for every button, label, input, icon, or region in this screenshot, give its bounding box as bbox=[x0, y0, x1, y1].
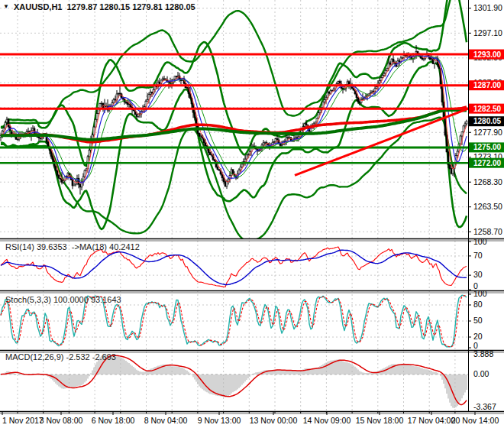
chart-title: ▼ XAUUSD,H1 1279.87 1280.15 1279.81 1280… bbox=[3, 2, 195, 11]
time-axis-label: 14 Nov 09:00 bbox=[303, 416, 351, 425]
time-axis-label: 6 Nov 18:00 bbox=[92, 416, 135, 425]
time-axis-label: 17 Nov 04:00 bbox=[408, 416, 456, 425]
indicator-tick-label: 100 bbox=[473, 289, 487, 298]
time-axis-label: 9 Nov 13:00 bbox=[198, 416, 241, 425]
trading-chart-window: ▼ XAUUSD,H1 1279.87 1280.15 1279.81 1280… bbox=[0, 0, 504, 428]
price-tick-label: 1263.50 bbox=[473, 202, 502, 211]
indicator-tick-label: 70 bbox=[473, 251, 483, 260]
time-axis-label: 13 Nov 00:00 bbox=[250, 416, 298, 425]
price-badge-label: 1275.00 bbox=[473, 143, 502, 151]
indicator-tick-label: 20 bbox=[473, 332, 483, 341]
price-tick-label: 1258.70 bbox=[473, 227, 502, 236]
time-axis-label: 15 Nov 18:00 bbox=[356, 416, 404, 425]
stoch-indicator-label: Stoch(5,3,3) 100.0000 93.1643 bbox=[5, 295, 121, 304]
collapse-arrow-icon[interactable]: ▼ bbox=[3, 3, 9, 10]
macd-tick-label: -3.367 bbox=[473, 402, 496, 411]
price-badge-label: 1293.00 bbox=[473, 50, 502, 59]
price-tick-label: 1301.90 bbox=[473, 3, 502, 12]
price-badge-label: 1272.00 bbox=[473, 159, 502, 167]
time-axis-label: 3 Nov 08:00 bbox=[40, 416, 83, 425]
ohlc-values: 1279.87 1280.15 1279.81 1280.05 bbox=[67, 2, 195, 11]
symbol-period-label: XAUUSD,H1 bbox=[14, 2, 63, 11]
time-axis-label: 8 Nov 04:00 bbox=[144, 416, 188, 425]
price-badge-label: 1282.50 bbox=[473, 105, 502, 113]
indicator-tick-label: 80 bbox=[473, 300, 483, 309]
macd-indicator-label: MACD(12,26,9) -2.532 -2.693 bbox=[5, 352, 116, 362]
indicator-tick-label: 100 bbox=[473, 237, 487, 246]
rsi-indicator-label: RSI(14) 39.6353 ->MA(18) 40.2412 bbox=[5, 242, 140, 251]
macd-tick-label: 0.00 bbox=[473, 369, 489, 378]
chart-canvas[interactable]: 1301.901297.101292.301287.501282.701277.… bbox=[0, 0, 504, 428]
time-axis-label: 20 Nov 14:00 bbox=[451, 416, 499, 425]
price-tick-label: 1268.30 bbox=[473, 177, 502, 186]
indicator-tick-label: 50 bbox=[473, 316, 483, 325]
price-badge-label: 1280.05 bbox=[473, 117, 502, 125]
price-badge-label: 1287.00 bbox=[473, 81, 502, 89]
time-axis-label: 1 Nov 2017 bbox=[2, 416, 44, 425]
macd-tick-label: 3.888 bbox=[473, 349, 493, 358]
indicator-tick-label: 30 bbox=[473, 270, 483, 279]
price-tick-label: 1297.10 bbox=[473, 28, 502, 37]
price-tick-label: 1277.90 bbox=[473, 128, 502, 137]
